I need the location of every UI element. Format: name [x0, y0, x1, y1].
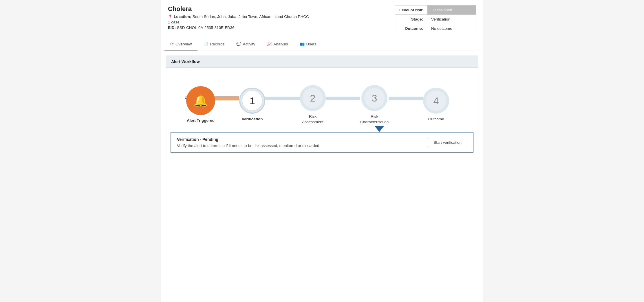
- step-4-inner: 4: [426, 91, 446, 111]
- stage-row: Stage: Verification: [395, 15, 476, 24]
- step-1-label: Verification: [242, 117, 263, 122]
- connector-gray-2: [326, 97, 360, 100]
- tab-activity-label: Activity: [243, 42, 255, 46]
- risk-level-value: Unassigned: [427, 5, 476, 14]
- eid-label: EID:: [168, 25, 176, 30]
- tab-overview[interactable]: ⟳ Overview: [164, 38, 197, 51]
- stage-label: Stage:: [395, 15, 427, 24]
- info-panel: Level of risk: Unassigned Stage: Verific…: [395, 5, 476, 33]
- arrow-container: [172, 126, 472, 132]
- step-3-inner: 3: [364, 88, 385, 108]
- outcome-value: No outcome: [427, 24, 476, 33]
- step-2-node: 2 RiskAssessment: [300, 85, 326, 125]
- pending-box: Verification - Pending Verify the alert …: [171, 132, 473, 153]
- location-label: Location:: [174, 14, 191, 19]
- step-3-node: 3 RiskCharacterisation: [360, 85, 389, 125]
- step-2-number: 2: [310, 93, 316, 104]
- step-2-inner: 2: [303, 88, 323, 108]
- connector-gray-1: [265, 97, 300, 100]
- workflow-section: Alert Workflow 23 Jan 2019 🔔 Alert Trigg…: [166, 56, 478, 158]
- connector-gray-3: [389, 97, 423, 100]
- activity-icon: 💬: [236, 42, 241, 46]
- tab-analysis[interactable]: 📈 Analysis: [261, 38, 294, 51]
- step-3-label: RiskCharacterisation: [360, 114, 389, 125]
- risk-level-row: Level of risk: Unassigned: [395, 5, 476, 15]
- step-2-label: RiskAssessment: [302, 114, 323, 125]
- outcome-label: Outcome:: [395, 24, 427, 33]
- workflow-header: Alert Workflow: [166, 56, 478, 68]
- main-content: Alert Workflow 23 Jan 2019 🔔 Alert Trigg…: [161, 56, 483, 158]
- header-left: Cholera 📍 Location: South Sudan, Juba, J…: [168, 5, 309, 30]
- risk-level-label: Level of risk:: [395, 5, 427, 14]
- step-4-node: 4 Outcome: [423, 88, 449, 122]
- tab-records[interactable]: 📄 Records: [197, 38, 230, 51]
- outcome-row: Outcome: No outcome: [395, 24, 476, 33]
- case-count: 1 case: [168, 20, 309, 24]
- step-1-inner: 1: [242, 91, 262, 111]
- pending-text-block: Verification - Pending Verify the alert …: [177, 137, 319, 148]
- location-line: 📍 Location: South Sudan, Juba, Juba, Jub…: [168, 14, 309, 19]
- header: Cholera 📍 Location: South Sudan, Juba, J…: [161, 0, 483, 38]
- analysis-icon: 📈: [267, 42, 272, 46]
- pending-title: Verification - Pending: [177, 137, 319, 142]
- bell-icon: 🔔: [193, 94, 208, 108]
- tab-overview-label: Overview: [175, 42, 192, 46]
- tabs-bar: ⟳ Overview 📄 Records 💬 Activity 📈 Analys…: [161, 38, 483, 51]
- eid-value: SSD-CHOL-0A-2535-810E-FD36: [177, 25, 235, 30]
- step-2-outer: 2: [300, 85, 326, 111]
- tab-users-label: Users: [306, 42, 316, 46]
- start-verification-button[interactable]: Start verification: [428, 138, 467, 147]
- overview-icon: ⟳: [170, 42, 174, 46]
- disease-title: Cholera: [168, 5, 309, 13]
- step-3-outer: 3: [361, 85, 387, 111]
- page-wrapper: Cholera 📍 Location: South Sudan, Juba, J…: [161, 0, 483, 302]
- step-1-node: 1 Verification: [239, 88, 265, 122]
- step-1-outer: 1: [239, 88, 265, 114]
- location-icon: 📍: [168, 14, 173, 19]
- workflow-track: 23 Jan 2019 🔔 Alert Triggered 1: [172, 76, 472, 125]
- alert-triggered-node: 23 Jan 2019 🔔 Alert Triggered: [186, 86, 215, 124]
- tab-records-label: Records: [210, 42, 224, 46]
- stage-value: Verification: [427, 15, 476, 24]
- step-1-number: 1: [250, 95, 255, 106]
- step-4-number: 4: [433, 95, 439, 106]
- tab-users[interactable]: 👥 Users: [294, 38, 322, 51]
- alert-triggered-label: Alert Triggered: [187, 118, 215, 124]
- step-3-number: 3: [372, 93, 377, 104]
- workflow-body: 23 Jan 2019 🔔 Alert Triggered 1: [166, 68, 478, 132]
- records-icon: 📄: [203, 42, 208, 46]
- pending-description: Verify the alert to determine if it need…: [177, 143, 319, 148]
- connector-orange: [215, 96, 239, 100]
- tab-activity[interactable]: 💬 Activity: [230, 38, 261, 51]
- tab-analysis-label: Analysis: [273, 42, 288, 46]
- alert-circle: 🔔: [186, 86, 215, 115]
- step-4-outer: 4: [423, 88, 449, 114]
- location-value: South Sudan, Juba, Juba, Juba Town, Afri…: [193, 14, 309, 19]
- eid-line: EID: SSD-CHOL-0A-2535-810E-FD36: [168, 25, 309, 30]
- step-arrow: [375, 126, 384, 132]
- users-icon: 👥: [300, 42, 305, 46]
- step-4-label: Outcome: [428, 117, 444, 122]
